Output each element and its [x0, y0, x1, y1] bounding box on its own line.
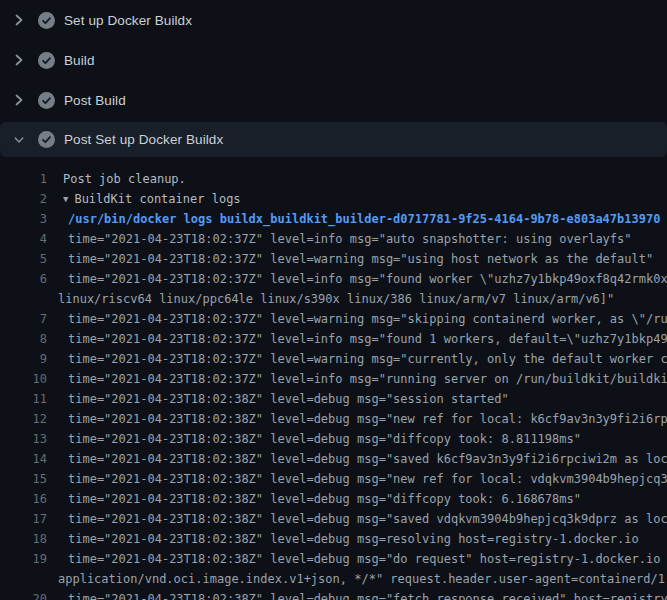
log-text: time="2021-04-23T18:02:37Z" level=warnin… — [68, 349, 667, 369]
step-row-post-set-up-docker-buildx[interactable]: Post Set up Docker Buildx — [0, 122, 667, 157]
log-line: 4time="2021-04-23T18:02:37Z" level=info … — [0, 229, 667, 249]
steps-list: Set up Docker Buildx Build Post Build Po… — [0, 0, 667, 157]
log-text: time="2021-04-23T18:02:38Z" level=debug … — [68, 589, 667, 600]
chevron-right-icon — [14, 54, 24, 66]
log-group-collapse-icon[interactable]: ▼ — [63, 189, 68, 209]
log-text: time="2021-04-23T18:02:37Z" level=warnin… — [68, 309, 667, 329]
log-line: 15time="2021-04-23T18:02:38Z" level=debu… — [0, 469, 667, 489]
chevron-right-icon — [14, 94, 24, 106]
log-text: time="2021-04-23T18:02:38Z" level=debug … — [68, 549, 667, 569]
log-line: 19time="2021-04-23T18:02:38Z" level=debu… — [0, 549, 667, 569]
log-line-number[interactable]: 13 — [0, 429, 47, 449]
log-line: 16time="2021-04-23T18:02:38Z" level=debu… — [0, 489, 667, 509]
log-line-number[interactable]: 8 — [0, 329, 47, 349]
check-circle-icon — [38, 52, 55, 69]
log-text: time="2021-04-23T18:02:38Z" level=debug … — [68, 409, 667, 429]
log-line: 8time="2021-04-23T18:02:37Z" level=info … — [0, 329, 667, 349]
step-label: Set up Docker Buildx — [64, 13, 192, 28]
log-line-number[interactable]: 17 — [0, 509, 47, 529]
check-circle-icon — [38, 12, 55, 29]
log-line: 13time="2021-04-23T18:02:38Z" level=debu… — [0, 429, 667, 449]
log-line: 20time="2021-04-23T18:02:38Z" level=debu… — [0, 589, 667, 600]
log-line: 1Post job cleanup. — [0, 169, 667, 189]
log-line-number — [0, 569, 47, 589]
log-text: time="2021-04-23T18:02:37Z" level=warnin… — [68, 249, 653, 269]
log-text: time="2021-04-23T18:02:38Z" level=debug … — [68, 469, 667, 489]
log-line: 9time="2021-04-23T18:02:37Z" level=warni… — [0, 349, 667, 369]
log-group-title: BuildKit container logs — [74, 189, 240, 209]
log-line-number[interactable]: 16 — [0, 489, 47, 509]
log-line-number[interactable]: 9 — [0, 349, 47, 369]
log-line: 7time="2021-04-23T18:02:37Z" level=warni… — [0, 309, 667, 329]
log-line-number[interactable]: 4 — [0, 229, 47, 249]
log-text: time="2021-04-23T18:02:38Z" level=debug … — [68, 509, 667, 529]
log-text: time="2021-04-23T18:02:38Z" level=debug … — [68, 389, 509, 409]
log-line: 11time="2021-04-23T18:02:38Z" level=debu… — [0, 389, 667, 409]
log-text: time="2021-04-23T18:02:38Z" level=debug … — [68, 529, 639, 549]
check-circle-icon — [38, 92, 55, 109]
log-line: 17time="2021-04-23T18:02:38Z" level=debu… — [0, 509, 667, 529]
log-line-number[interactable]: 11 — [0, 389, 47, 409]
log-line: 10time="2021-04-23T18:02:37Z" level=info… — [0, 369, 667, 389]
log-line-number[interactable]: 19 — [0, 549, 47, 569]
step-label: Build — [64, 53, 95, 68]
log-text: application/vnd.oci.image.index.v1+json,… — [58, 569, 667, 589]
log-line: 5time="2021-04-23T18:02:37Z" level=warni… — [0, 249, 667, 269]
log-line: 6time="2021-04-23T18:02:37Z" level=info … — [0, 269, 667, 289]
chevron-right-icon — [14, 14, 24, 26]
step-label: Post Set up Docker Buildx — [64, 132, 223, 147]
step-row-set-up-docker-buildx[interactable]: Set up Docker Buildx — [0, 0, 667, 40]
log-text: Post job cleanup. — [63, 169, 186, 189]
step-row-build[interactable]: Build — [0, 40, 667, 80]
log-line-number[interactable]: 2 — [0, 189, 47, 209]
log-text: time="2021-04-23T18:02:37Z" level=info m… — [68, 369, 667, 389]
chevron-down-icon — [14, 134, 24, 146]
log-text: time="2021-04-23T18:02:37Z" level=info m… — [68, 269, 667, 289]
log-line-number[interactable]: 10 — [0, 369, 47, 389]
log-line-number[interactable]: 15 — [0, 469, 47, 489]
log-line: 14time="2021-04-23T18:02:38Z" level=debu… — [0, 449, 667, 469]
log-line-number[interactable]: 5 — [0, 249, 47, 269]
log-line: 12time="2021-04-23T18:02:38Z" level=debu… — [0, 409, 667, 429]
step-row-post-build[interactable]: Post Build — [0, 80, 667, 120]
log-text: time="2021-04-23T18:02:38Z" level=debug … — [68, 489, 581, 509]
log-line: 3/usr/bin/docker logs buildx_buildkit_bu… — [0, 209, 667, 229]
log-text: time="2021-04-23T18:02:37Z" level=info m… — [68, 229, 632, 249]
log-line-number[interactable]: 1 — [0, 169, 47, 189]
log-line-number[interactable]: 20 — [0, 589, 47, 600]
log-line: application/vnd.oci.image.index.v1+json,… — [0, 569, 667, 589]
log-line: 2▼BuildKit container logs — [0, 189, 667, 209]
log-text: time="2021-04-23T18:02:37Z" level=info m… — [68, 329, 667, 349]
step-label: Post Build — [64, 93, 126, 108]
log-line: 18time="2021-04-23T18:02:38Z" level=debu… — [0, 529, 667, 549]
log-line-number — [0, 289, 47, 309]
log-command-text: /usr/bin/docker logs buildx_buildkit_bui… — [68, 209, 660, 229]
log-line-number[interactable]: 14 — [0, 449, 47, 469]
log-line: linux/riscv64 linux/ppc64le linux/s390x … — [0, 289, 667, 309]
log-text: time="2021-04-23T18:02:38Z" level=debug … — [68, 429, 581, 449]
log-group-row: ▼BuildKit container logs — [63, 189, 241, 209]
log-line-number[interactable]: 7 — [0, 309, 47, 329]
log-pane: 1Post job cleanup.2▼BuildKit container l… — [0, 160, 667, 600]
log-line-number[interactable]: 18 — [0, 529, 47, 549]
log-line-number[interactable]: 12 — [0, 409, 47, 429]
log-text: time="2021-04-23T18:02:38Z" level=debug … — [68, 449, 667, 469]
log-line-number[interactable]: 6 — [0, 269, 47, 289]
log-text: linux/riscv64 linux/ppc64le linux/s390x … — [58, 289, 614, 309]
check-circle-icon — [38, 131, 55, 148]
log-line-number[interactable]: 3 — [0, 209, 47, 229]
